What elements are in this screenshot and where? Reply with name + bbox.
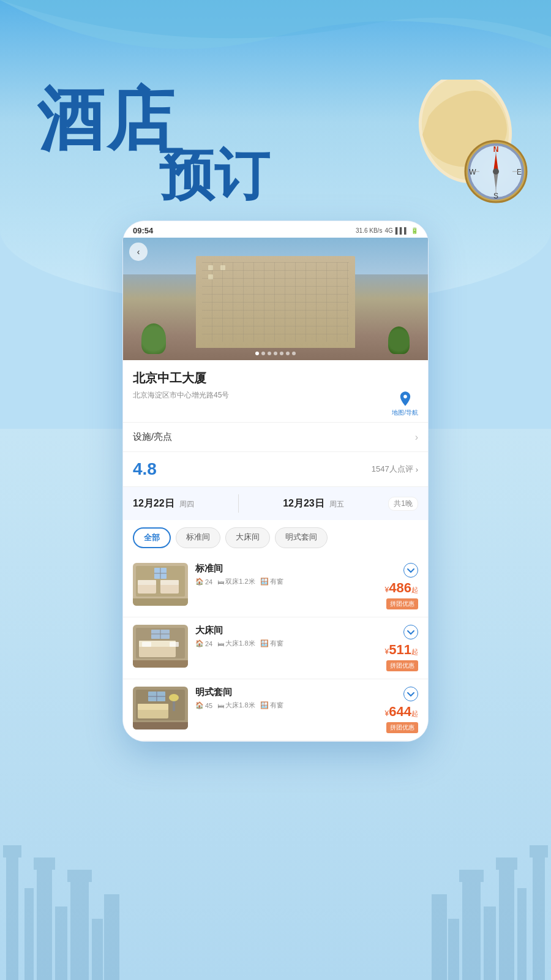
room-thumb-suite[interactable] — [133, 687, 188, 729]
expand-btn-standard[interactable] — [403, 563, 418, 578]
filter-tab-standard[interactable]: 标准间 — [176, 527, 220, 548]
svg-rect-1 — [3, 845, 21, 858]
feature-floor-bigbed: 🏠 24 — [195, 639, 212, 648]
feature-floor-suite: 🏠 45 — [195, 701, 212, 710]
status-bar: 09:54 31.6 KB/s 4G ▌▌▌ 🔋 — [123, 221, 428, 238]
map-button[interactable]: 地图/导航 — [392, 390, 418, 417]
phone-mockup: 09:54 31.6 KB/s 4G ▌▌▌ 🔋 — [122, 221, 429, 742]
svg-rect-4 — [34, 858, 55, 870]
room-list: 标准间 🏠 24 🛏 双床1.2米 🪟 有窗 — [123, 556, 428, 741]
svg-rect-12 — [517, 888, 527, 980]
price-amount-suite: 644 — [389, 704, 411, 719]
feature-bed-suite: 🛏 大床1.8米 — [217, 701, 255, 710]
room-info-standard: 标准间 🏠 24 🛏 双床1.2米 🪟 有窗 — [195, 563, 362, 586]
dot-7 — [292, 352, 296, 355]
svg-rect-3 — [37, 870, 52, 980]
room-thumb-bigbed[interactable] — [133, 625, 188, 668]
price-unit-bigbed: 起 — [411, 648, 418, 655]
svg-rect-19 — [432, 894, 447, 980]
room-name-bigbed: 大床间 — [195, 625, 362, 636]
svg-rect-40 — [138, 580, 156, 585]
hotel-image: ‹ — [123, 238, 428, 360]
price-unit-suite: 起 — [411, 710, 418, 717]
room-features-standard: 🏠 24 🛏 双床1.2米 🪟 有窗 — [195, 577, 362, 586]
hero-sub-text: 预订 — [159, 147, 299, 202]
svg-rect-46 — [133, 598, 188, 606]
svg-rect-13 — [499, 870, 514, 980]
price-amount-bigbed: 511 — [389, 642, 411, 657]
date-section: 12月22日 周四 12月23日 周五 共1晚 — [123, 487, 428, 520]
svg-rect-11 — [530, 845, 548, 858]
room-item-standard: 标准间 🏠 24 🛏 双床1.2米 🪟 有窗 — [123, 556, 428, 617]
promo-badge-bigbed: 拼团优惠 — [386, 660, 418, 671]
room-item-bigbed: 大床间 🏠 24 🛏 大床1.8米 🪟 有窗 — [123, 617, 428, 679]
bed-icon-standard: 🛏 — [217, 578, 224, 586]
checkout-date[interactable]: 12月23日 周五 — [283, 497, 344, 510]
price-display-suite: ¥644起 — [385, 704, 418, 720]
hotel-name: 北京中工大厦 — [133, 370, 418, 386]
svg-point-32 — [493, 168, 499, 175]
svg-rect-56 — [133, 660, 188, 668]
svg-rect-2 — [24, 888, 34, 980]
room-price-col-standard: ¥486起 拼团优惠 — [369, 563, 418, 609]
svg-text:E: E — [517, 168, 522, 176]
back-button[interactable]: ‹ — [129, 243, 148, 261]
price-display-bigbed: ¥511起 — [385, 642, 418, 658]
status-icons: 31.6 KB/s 4G ▌▌▌ 🔋 — [356, 227, 418, 234]
checkout-day: 周五 — [329, 500, 344, 508]
svg-rect-16 — [462, 882, 481, 980]
expand-btn-bigbed[interactable] — [403, 625, 418, 639]
room-name-standard: 标准间 — [195, 563, 362, 575]
reviews-arrow: › — [416, 465, 418, 474]
facilities-label: 设施/亮点 — [133, 431, 172, 443]
promo-badge-suite: 拼团优惠 — [386, 722, 418, 733]
hero-text: 酒店 预订 — [37, 86, 176, 208]
city-silhouette-left — [0, 735, 122, 980]
promo-badge-standard: 拼团优惠 — [386, 598, 418, 609]
compass-decoration: N S E W — [410, 80, 533, 214]
checkin-date[interactable]: 12月22日 周四 — [133, 497, 194, 510]
filter-tab-bigbed[interactable]: 大床间 — [225, 527, 270, 548]
hotel-addr-row: 北京海淀区市中心增光路45号 地图/导航 — [133, 390, 418, 417]
signal-icon: ▌▌▌ — [395, 227, 408, 234]
window-icon-standard: 🪟 — [260, 578, 269, 586]
facilities-row[interactable]: 设施/亮点 › — [123, 423, 428, 451]
svg-rect-8 — [92, 919, 103, 980]
hotel-image-inner — [123, 238, 428, 360]
svg-rect-10 — [533, 858, 545, 980]
room-price-col-bigbed: ¥511起 拼团优惠 — [369, 625, 418, 671]
status-time: 09:54 — [133, 226, 153, 235]
svg-rect-14 — [496, 858, 517, 870]
svg-rect-51 — [142, 642, 151, 647]
window-icon-suite: 🪟 — [260, 701, 269, 709]
svg-rect-66 — [133, 722, 188, 729]
svg-rect-7 — [67, 870, 92, 882]
phone-screen: 09:54 31.6 KB/s 4G ▌▌▌ 🔋 — [122, 221, 429, 742]
expand-btn-suite[interactable] — [403, 687, 418, 701]
reviews-link[interactable]: 1547人点评 › — [372, 464, 418, 475]
window-icon-bigbed: 🪟 — [260, 639, 269, 647]
svg-text:W: W — [469, 168, 476, 176]
dot-1 — [255, 352, 259, 355]
floor-icon: 🏠 — [195, 578, 204, 586]
room-info-suite: 明式套间 🏠 45 🛏 大床1.8米 🪟 有窗 — [195, 687, 362, 710]
svg-rect-18 — [448, 919, 459, 980]
feature-bed-bigbed: 🛏 大床1.8米 — [217, 639, 255, 648]
map-pin-icon — [397, 390, 414, 407]
network-speed: 31.6 KB/s — [356, 227, 382, 234]
hero-main-text: 酒店 — [37, 86, 176, 153]
network-type: 4G — [384, 227, 392, 234]
nights-badge: 共1晚 — [388, 497, 418, 511]
city-silhouette-right — [429, 735, 551, 980]
hotel-address: 北京海淀区市中心增光路45号 — [133, 390, 229, 401]
dot-4 — [274, 352, 277, 355]
room-item-suite: 明式套间 🏠 45 🛏 大床1.8米 🪟 有窗 — [123, 679, 428, 741]
filter-tab-all[interactable]: 全部 — [133, 527, 171, 548]
room-features-suite: 🏠 45 🛏 大床1.8米 🪟 有窗 — [195, 701, 362, 710]
svg-rect-5 — [55, 907, 67, 980]
reviews-count: 1547人点评 — [372, 464, 413, 475]
filter-tab-suite[interactable]: 明式套间 — [275, 527, 328, 548]
map-label: 地图/导航 — [392, 409, 418, 417]
checkin-date-main: 12月22日 周四 — [133, 497, 194, 510]
room-thumb-standard[interactable] — [133, 563, 188, 606]
